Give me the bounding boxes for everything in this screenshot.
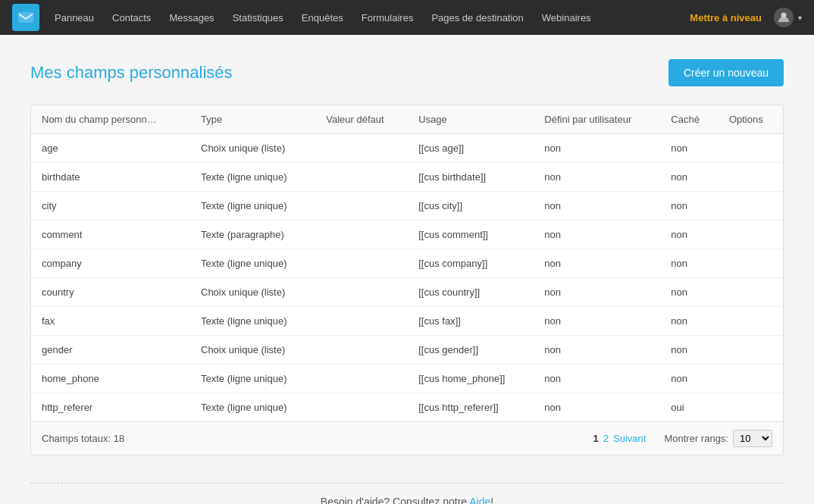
cell-type: Texte (ligne unique) [190, 307, 315, 336]
cell-usage: [[cus city]] [408, 192, 534, 221]
cell-name: http_referer [31, 393, 190, 422]
cell-cache: non [660, 134, 719, 163]
navbar: PanneauContactsMessagesStatistiquesEnquê… [0, 0, 814, 35]
col-header-name: Nom du champ personn… [31, 105, 190, 134]
pagination: 1 2 Suivant [593, 433, 647, 444]
cell-cache: non [660, 278, 719, 307]
cell-type: Texte (ligne unique) [190, 365, 315, 393]
cell-name: gender [31, 336, 190, 365]
nav-link-enquetes[interactable]: Enquêtes [302, 12, 343, 23]
table-row: faxTexte (ligne unique)[[cus fax]]nonnon [31, 307, 783, 336]
table-row: genderChoix unique (liste)[[cus gender]]… [31, 336, 783, 365]
cell-defini: non [534, 221, 660, 249]
cell-name: comment [31, 221, 190, 249]
cell-valeur [315, 249, 408, 278]
cell-defini: non [534, 365, 660, 393]
table-row: cityTexte (ligne unique)[[cus city]]nonn… [31, 192, 783, 221]
cell-type: Texte (ligne unique) [190, 192, 315, 221]
cell-type: Choix unique (liste) [190, 336, 315, 365]
nav-link-messages[interactable]: Messages [169, 12, 214, 23]
table-row: http_refererTexte (ligne unique)[[cus ht… [31, 393, 783, 422]
help-footer: Besoin d'aide? Consultez notre Aide! [30, 483, 784, 504]
cell-valeur [315, 163, 408, 192]
col-header-options: Options [719, 105, 783, 134]
cell-usage: [[cus age]] [408, 134, 534, 163]
nav-link-statistiques[interactable]: Statistiques [233, 12, 283, 23]
table-row: ageChoix unique (liste)[[cus age]]nonnon [31, 134, 783, 163]
show-rows-control: Montrer rangs: 10 25 50 [664, 430, 772, 447]
table-row: home_phoneTexte (ligne unique)[[cus home… [31, 365, 783, 393]
cell-options [719, 393, 783, 422]
nav-link-formulaires[interactable]: Formulaires [362, 12, 414, 23]
cell-cache: non [660, 365, 719, 393]
upgrade-link[interactable]: Mettre à niveau [690, 12, 762, 23]
cell-cache: non [660, 249, 719, 278]
nav-link-webinaires[interactable]: Webinaires [542, 12, 591, 23]
cell-type: Texte (ligne unique) [190, 163, 315, 192]
cell-usage: [[cus birthdate]] [408, 163, 534, 192]
app-logo[interactable] [12, 4, 39, 31]
cell-options [719, 249, 783, 278]
cell-defini: non [534, 278, 660, 307]
table-row: birthdateTexte (ligne unique)[[cus birth… [31, 163, 783, 192]
cell-cache: non [660, 192, 719, 221]
cell-name: fax [31, 307, 190, 336]
cell-valeur [315, 393, 408, 422]
cell-valeur [315, 221, 408, 249]
cell-valeur [315, 134, 408, 163]
table-body: ageChoix unique (liste)[[cus age]]nonnon… [31, 134, 783, 422]
cell-type: Choix unique (liste) [190, 134, 315, 163]
col-header-defini: Défini par utilisateur [534, 105, 660, 134]
help-link[interactable]: Aide [469, 496, 490, 504]
cell-options [719, 221, 783, 249]
cell-cache: non [660, 221, 719, 249]
col-header-type: Type [190, 105, 315, 134]
cell-options [719, 278, 783, 307]
cell-options [719, 192, 783, 221]
cell-name: birthdate [31, 163, 190, 192]
col-header-usage: Usage [408, 105, 534, 134]
show-rows-label: Montrer rangs: [664, 433, 728, 444]
cell-usage: [[cus http_referer]] [408, 393, 534, 422]
nav-link-panneau[interactable]: Panneau [55, 12, 94, 23]
cell-name: country [31, 278, 190, 307]
rows-per-page-select[interactable]: 10 25 50 [733, 430, 772, 447]
table-header-row: Nom du champ personn…TypeValeur défautUs… [31, 105, 783, 134]
cell-cache: non [660, 307, 719, 336]
user-avatar [774, 8, 794, 27]
cell-defini: non [534, 163, 660, 192]
cell-usage: [[cus company]] [408, 249, 534, 278]
cell-cache: non [660, 163, 719, 192]
cell-name: home_phone [31, 365, 190, 393]
create-button[interactable]: Créer un nouveau [668, 59, 784, 86]
cell-options [719, 365, 783, 393]
cell-defini: non [534, 393, 660, 422]
cell-usage: [[cus home_phone]] [408, 365, 534, 393]
cell-defini: non [534, 192, 660, 221]
cell-defini: non [534, 134, 660, 163]
main-content: Mes champs personnalisés Créer un nouvea… [0, 35, 814, 504]
nav-link-pages[interactable]: Pages de destination [431, 12, 523, 23]
nav-link-contacts[interactable]: Contacts [112, 12, 151, 23]
page-1-link[interactable]: 1 [593, 433, 599, 444]
cell-valeur [315, 278, 408, 307]
next-page-link[interactable]: Suivant [613, 433, 646, 444]
cell-cache: non [660, 336, 719, 365]
total-count: Champs totaux: 18 [42, 433, 593, 444]
user-menu[interactable]: ▾ [774, 8, 802, 27]
cell-type: Choix unique (liste) [190, 278, 315, 307]
cell-defini: non [534, 307, 660, 336]
cell-defini: non [534, 249, 660, 278]
cell-valeur [315, 307, 408, 336]
col-header-valeur: Valeur défaut [315, 105, 408, 134]
table-row: countryChoix unique (liste)[[cus country… [31, 278, 783, 307]
page-2-link[interactable]: 2 [603, 433, 609, 444]
cell-valeur [315, 336, 408, 365]
nav-links: PanneauContactsMessagesStatistiquesEnquê… [55, 12, 690, 23]
cell-name: age [31, 134, 190, 163]
cell-usage: [[cus country]] [408, 278, 534, 307]
cell-options [719, 134, 783, 163]
help-text-before: Besoin d'aide? Consultez notre [321, 496, 469, 504]
cell-type: Texte (paragraphe) [190, 221, 315, 249]
cell-usage: [[cus fax]] [408, 307, 534, 336]
